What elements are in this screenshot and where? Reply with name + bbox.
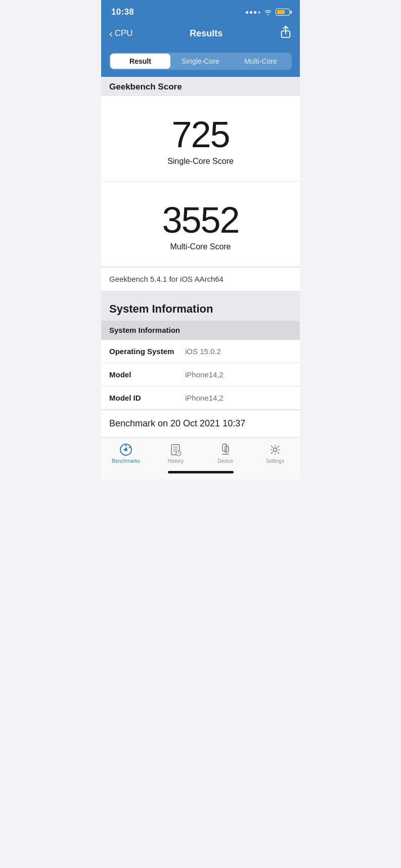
tab-result[interactable]: Result	[110, 54, 170, 69]
single-core-score-card: 725 Single-Core Score	[101, 96, 300, 182]
home-indicator	[101, 467, 300, 480]
table-row: Model iPhone14,2	[101, 363, 300, 386]
nav-title: Results	[190, 28, 222, 39]
system-info-section-header: System Information	[101, 291, 300, 321]
benchmark-date-row: Benchmark on 20 Oct 2021 10:37	[101, 410, 300, 437]
nav-back-button[interactable]: ‹ CPU	[109, 28, 133, 38]
battery-icon	[276, 9, 290, 16]
segmented-control: Result Single-Core Multi-Core	[109, 53, 292, 70]
table-row: Operating System iOS 15.0.2	[101, 340, 300, 363]
nav-back-label: CPU	[115, 28, 133, 38]
geekbench-score-title: Geekbench Score	[109, 82, 182, 92]
tab-bar: Benchmarks History Device	[101, 437, 300, 467]
benchmark-info: Geekbench 5.4.1 for iOS AArch64	[101, 267, 300, 291]
status-time: 10:38	[111, 7, 134, 17]
history-tab-label: History	[168, 458, 184, 464]
multi-core-score-label: Multi-Core Score	[170, 242, 231, 251]
single-core-score-label: Single-Core Score	[167, 157, 234, 166]
tab-history[interactable]: History	[151, 442, 200, 465]
device-tab-label: Device	[217, 458, 233, 464]
status-bar: 10:38	[101, 0, 300, 21]
table-row: Model ID iPhone14,2	[101, 386, 300, 410]
share-button[interactable]	[280, 25, 292, 41]
status-icons	[246, 9, 290, 16]
home-bar	[168, 471, 234, 473]
share-icon	[280, 25, 292, 38]
device-icon	[218, 443, 233, 457]
model-id-value: iPhone14,2	[185, 394, 224, 402]
os-value: iOS 15.0.2	[185, 347, 221, 356]
os-label: Operating System	[109, 347, 185, 356]
tab-benchmarks[interactable]: Benchmarks	[101, 442, 151, 465]
multi-core-score-card: 3552 Multi-Core Score	[101, 182, 300, 267]
system-info-rows: Operating System iOS 15.0.2 Model iPhone…	[101, 340, 300, 410]
tab-settings[interactable]: Settings	[250, 442, 300, 465]
history-icon	[168, 443, 183, 457]
wifi-icon	[263, 9, 273, 16]
system-info-title: System Information	[109, 302, 213, 315]
svg-line-5	[129, 447, 131, 448]
geekbench-score-header: Geekbench Score	[101, 77, 300, 96]
system-info-subheader: System Information	[101, 321, 300, 340]
svg-point-16	[273, 448, 277, 452]
single-core-score-number: 725	[171, 116, 229, 153]
tab-device[interactable]: Device	[201, 442, 250, 465]
signal-dots-icon	[246, 11, 260, 14]
svg-rect-12	[222, 444, 227, 451]
benchmark-info-text: Geekbench 5.4.1 for iOS AArch64	[109, 275, 224, 283]
benchmarks-tab-label: Benchmarks	[112, 458, 140, 464]
model-id-label: Model ID	[109, 394, 185, 402]
settings-icon	[268, 443, 282, 457]
back-chevron-icon: ‹	[109, 28, 113, 38]
segmented-bar: Result Single-Core Multi-Core	[101, 49, 300, 77]
settings-tab-label: Settings	[266, 458, 284, 464]
scores-section: 725 Single-Core Score 3552 Multi-Core Sc…	[101, 96, 300, 267]
model-value: iPhone14,2	[185, 370, 224, 379]
tab-multi-core[interactable]: Multi-Core	[231, 54, 291, 69]
tab-single-core[interactable]: Single-Core	[170, 54, 231, 69]
model-label: Model	[109, 370, 185, 379]
benchmark-date-text: Benchmark on 20 Oct 2021 10:37	[109, 418, 245, 428]
system-info-subheader-label: System Information	[109, 326, 180, 334]
nav-bar: ‹ CPU Results	[101, 21, 300, 49]
benchmarks-icon	[119, 443, 133, 457]
svg-point-0	[268, 14, 269, 15]
multi-core-score-number: 3552	[162, 202, 239, 238]
